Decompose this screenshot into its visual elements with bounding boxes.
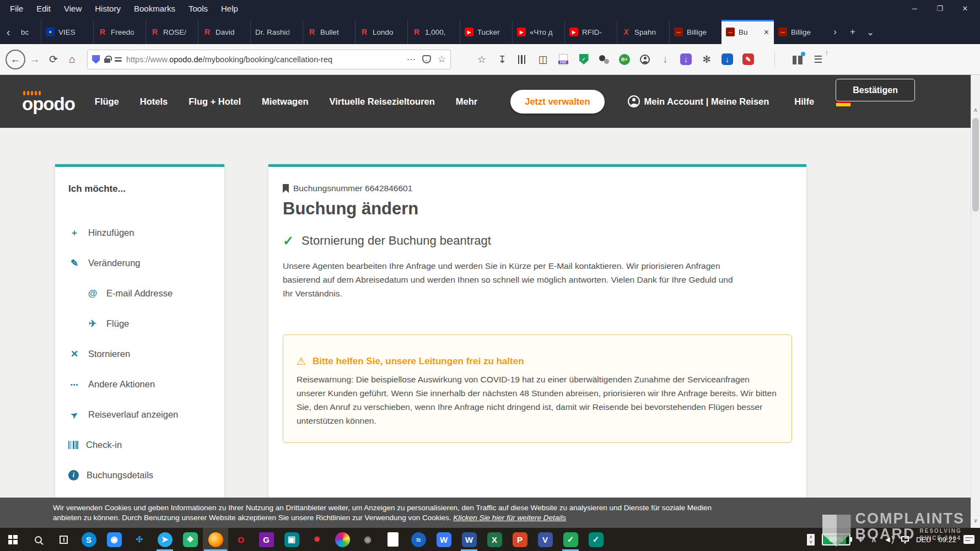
app-menu-button[interactable]: ☰↑ [812,53,823,66]
nav-item-virtuelle-reisezieltouren[interactable]: Virtuelle Reisezieltouren [329,96,434,107]
account-menu[interactable]: Mein Account | Meine Reisen [628,95,769,107]
power-plug-icon[interactable]: Ѱ [858,535,864,544]
whats-new-gift-button[interactable] [792,53,803,66]
cookie-details-link[interactable]: Klicken Sie hier für weitere Details [453,514,566,522]
nav-item-mietwagen[interactable]: Mietwagen [262,96,308,107]
menu-tools[interactable]: Tools [183,2,213,15]
clock[interactable]: 09:22 [938,536,956,544]
taskbar-app-powerpoint[interactable]: P [507,528,532,551]
help-link[interactable]: Hilfe [794,96,814,107]
taskbar-app-telegram[interactable]: ➤ [152,528,177,551]
tab-david[interactable]: RDavid [198,20,250,44]
menu-file[interactable]: File [4,2,29,15]
taskbar-app-bluestacks[interactable]: ❖ [177,528,203,551]
tab-bu[interactable]: •••Bu✕ [721,20,774,44]
red-wand-extension-button[interactable]: ✎ [742,53,754,66]
sidebar-item-andere-aktionen[interactable]: •••Andere Aktionen [68,369,211,399]
tab-bc[interactable]: bc [17,20,41,44]
taskbar-app-wps[interactable]: W [431,528,456,551]
tab-close-icon[interactable]: ✕ [763,28,769,36]
tray-expand-icon[interactable]: ∧ [871,535,876,544]
taskbar-app-opera[interactable]: O [228,528,254,551]
download-helper-extension-button[interactable]: ↓ [660,53,671,66]
home-button[interactable]: ⌂ [63,50,82,69]
volume-icon[interactable]: ◄) [884,535,894,544]
menu-view[interactable]: View [58,2,87,15]
tab-vies[interactable]: ✦VIES [41,20,93,44]
tab-dr-rashid[interactable]: Dr. Rashid [250,20,303,44]
purple-download-extension-button[interactable]: ↓ [680,53,692,66]
taskbar-app-firefox[interactable] [203,528,228,551]
permissions-icon[interactable] [115,57,122,62]
url-text[interactable]: https://www.opodo.de/mybooking/booking/c… [126,55,402,64]
sidebar-item-stornieren[interactable]: ✕Stornieren [68,339,211,369]
back-button[interactable]: ← [6,50,25,69]
taskbar-app-visio[interactable]: V [532,528,558,551]
url-bar[interactable]: https://www.opodo.de/mybooking/booking/c… [87,50,451,69]
opodo-logo[interactable]: opodo [22,91,75,112]
tab-billige[interactable]: •••Billige [669,20,721,44]
downloads-button[interactable]: ↧ [497,53,508,66]
taskbar-app-pinwheel[interactable]: ✣ [127,528,152,551]
taskbar-app-color-wheel[interactable] [330,528,355,551]
account-button[interactable] [639,53,650,66]
tab-freedo[interactable]: RFreedo [93,20,146,44]
adguard-extension-button[interactable]: ✓ [578,53,589,66]
taskbar-app-shield-user[interactable]: ✓ [583,528,609,551]
scrollbar-thumb[interactable] [972,118,979,212]
tab-item[interactable]: ▶«Что д [512,20,564,44]
menu-bookmarks[interactable]: Bookmarks [128,2,181,15]
tracking-protection-shield-icon[interactable] [92,55,100,64]
tab-1-000[interactable]: R1,000, [407,20,460,44]
nav-item-fl-ge[interactable]: Flüge [95,96,119,107]
sidebar-item-ver-nderung[interactable]: ✎Veränderung [68,248,211,278]
flower-extension-button[interactable]: ✻ [701,53,712,66]
bookmark-star-icon[interactable]: ☆ [438,53,446,65]
tab-rfid[interactable]: ▶RFID- [564,20,617,44]
new-tab-button[interactable]: + [844,26,861,37]
nav-item-hotels[interactable]: Hotels [140,96,168,107]
reload-button[interactable]: ⟳ [44,50,63,69]
taskbar-app-teal-media[interactable]: ▣ [279,528,304,551]
task-view-button[interactable] [51,528,76,551]
page-scrollbar[interactable]: ∧ ∨ [971,75,980,528]
start-button[interactable] [0,528,25,551]
language-indicator[interactable]: DEU [916,536,931,544]
sidebar-item-hinzuf-gen[interactable]: +Hinzufügen [68,218,211,248]
network-icon[interactable] [901,536,909,542]
taskbar-app-white-doc[interactable] [380,528,406,551]
tab-scroll-left-icon[interactable]: ‹ [0,20,17,44]
sidebar-item-e-mail-addresse[interactable]: @E-mail Addresse [68,278,211,309]
tab-spahn[interactable]: XSpahn [617,20,669,44]
tab-londo[interactable]: RLondo [355,20,407,44]
tab-billige[interactable]: •••Billige [774,20,826,44]
molecule-extension-button[interactable] [599,53,610,66]
tab-bullet[interactable]: RBullet [303,20,355,44]
taskbar-app-skype[interactable]: S [76,528,101,551]
taskbar-app-gom[interactable]: G [254,528,279,551]
pocket-icon[interactable]: ⌄ [422,55,431,63]
taskbar-app-excel[interactable]: X [482,528,507,551]
taskbar-overflow-arrows[interactable]: ∧∨ [807,534,815,545]
nav-item-mehr[interactable]: Mehr [456,96,477,107]
taskbar-search-button[interactable] [25,528,51,551]
library-button[interactable] [517,53,528,66]
restore-button[interactable]: ❐ [928,1,951,15]
sidebar-item-check-in[interactable]: Check-in [68,430,211,460]
menu-help[interactable]: Help [216,2,244,15]
action-center-icon[interactable] [963,535,974,544]
blue-download-extension-button[interactable]: ↓ [721,53,733,66]
tab-list-dropdown-icon[interactable]: ⌄ [861,26,879,38]
manage-now-button[interactable]: Jetzt verwalten [510,90,604,114]
menu-history[interactable]: History [89,2,126,15]
lock-icon[interactable] [104,58,110,63]
bookmarks-star-button[interactable]: ☆ [476,53,487,66]
sidebar-item-reiseverlauf-anzeigen[interactable]: ➤Reiseverlauf anzeigen [68,399,211,430]
forward-button[interactable]: → [25,50,44,69]
cookie-confirm-button[interactable]: Bestätigen [836,79,915,101]
taskbar-app-gray-app[interactable]: ◉ [355,528,380,551]
tab-scroll-right-icon[interactable]: › [826,26,844,37]
page-actions-icon[interactable]: ⋯ [407,54,416,64]
taskbar-app-openoffice[interactable]: ≈ [406,528,431,551]
nav-item-flug-hotel[interactable]: Flug + Hotel [189,96,241,107]
